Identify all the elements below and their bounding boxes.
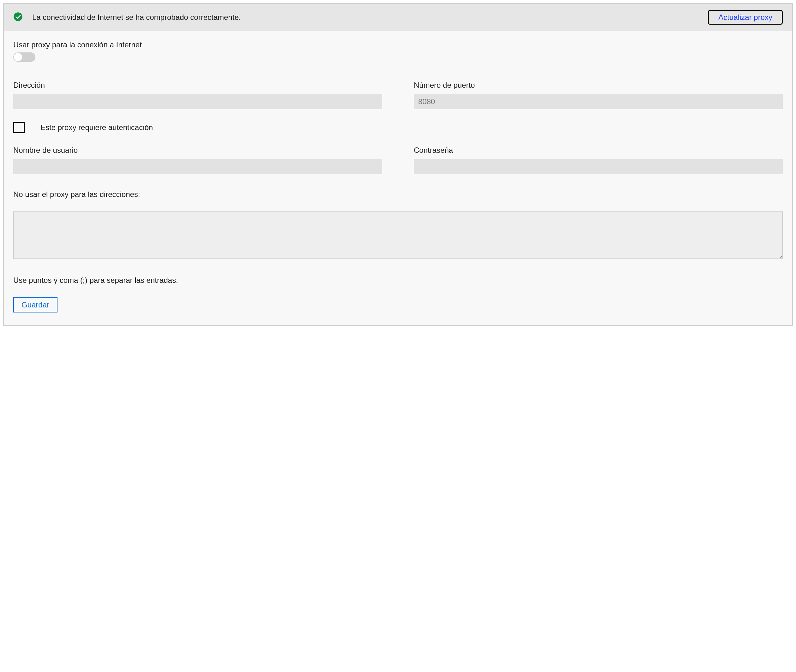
toggle-knob [14, 53, 22, 61]
save-button[interactable]: Guardar [13, 298, 58, 312]
credentials-row: Nombre de usuario Contraseña [13, 146, 783, 174]
address-field-group: Dirección [13, 81, 382, 109]
address-input[interactable] [13, 94, 382, 109]
proxy-form: Usar proxy para la conexión a Internet D… [4, 31, 792, 325]
port-input[interactable] [414, 94, 783, 109]
bypass-label: No usar el proxy para las direcciones: [13, 190, 783, 199]
refresh-proxy-button[interactable]: Actualizar proxy [708, 10, 783, 25]
username-input[interactable] [13, 159, 382, 174]
auth-checkbox-label: Este proxy requiere autenticación [40, 123, 153, 132]
use-proxy-toggle[interactable] [13, 53, 35, 62]
password-label: Contraseña [414, 146, 783, 155]
username-field-group: Nombre de usuario [13, 146, 382, 174]
password-field-group: Contraseña [414, 146, 783, 174]
status-message: La conectividad de Internet se ha compro… [32, 13, 698, 22]
address-label: Dirección [13, 81, 382, 90]
bypass-hint: Use puntos y coma (;) para separar las e… [13, 276, 783, 285]
status-banner: La conectividad de Internet se ha compro… [4, 4, 792, 31]
port-label: Número de puerto [414, 81, 783, 90]
auth-required-checkbox[interactable] [13, 122, 25, 133]
username-label: Nombre de usuario [13, 146, 382, 155]
bypass-textarea[interactable] [13, 211, 783, 259]
password-input[interactable] [414, 159, 783, 174]
svg-point-0 [14, 12, 22, 21]
auth-checkbox-row: Este proxy requiere autenticación [13, 122, 783, 133]
port-field-group: Número de puerto [414, 81, 783, 109]
use-proxy-toggle-label: Usar proxy para la conexión a Internet [13, 40, 783, 49]
address-port-row: Dirección Número de puerto [13, 81, 783, 109]
bypass-section: No usar el proxy para las direcciones: U… [13, 190, 783, 312]
proxy-settings-panel: La conectividad de Internet se ha compro… [3, 3, 793, 326]
check-circle-icon [13, 12, 23, 23]
